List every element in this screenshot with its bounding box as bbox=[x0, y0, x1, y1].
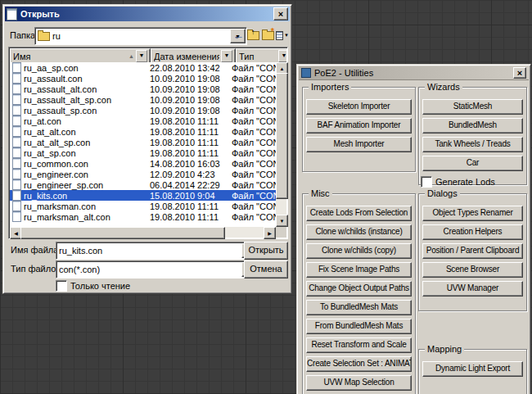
horizontal-scroll-thumb[interactable] bbox=[20, 227, 225, 239]
file-date: 10.09.2010 19:08 bbox=[147, 84, 228, 94]
utility-button[interactable]: Tank Wheels / Treads bbox=[422, 137, 523, 152]
back-button[interactable]: ← bbox=[232, 27, 246, 43]
utilities-close-button[interactable]: × bbox=[513, 67, 526, 79]
utility-button[interactable]: Creation Helpers bbox=[422, 224, 523, 240]
file-row[interactable]: ru_engineer_sp.con06.04.2014 22:29Файл "… bbox=[10, 179, 276, 190]
file-name: ru_at_alt.con bbox=[24, 127, 76, 137]
file-row[interactable]: ru_engineer.con12.09.2010 4:23Файл "CON" bbox=[10, 169, 276, 179]
file-row[interactable]: ru_marksman_alt.con19.08.2010 11:11Файл … bbox=[10, 211, 276, 222]
utility-button[interactable]: Skeleton Importer bbox=[306, 99, 412, 115]
utility-button[interactable]: StaticMesh bbox=[422, 99, 523, 115]
file-icon bbox=[12, 73, 21, 84]
mapping-group: Mapping Dynamic Light Export bbox=[418, 349, 527, 394]
open-dialog-titlebar[interactable]: Открыть × bbox=[5, 7, 290, 21]
file-row[interactable]: ru_assault_alt.con10.09.2010 19:08Файл "… bbox=[10, 84, 276, 94]
file-type: Файл "CON" bbox=[228, 148, 276, 158]
utility-button[interactable]: UVW Manager bbox=[422, 281, 523, 297]
utility-button[interactable]: Car bbox=[422, 156, 523, 171]
file-row[interactable]: ru_assault.con10.09.2010 19:08Файл "CON" bbox=[10, 73, 276, 84]
back-icon: ← bbox=[233, 29, 245, 41]
file-date: 19.08.2010 11:11 bbox=[147, 138, 228, 147]
utility-button[interactable]: Dynamic Light Export bbox=[422, 361, 523, 377]
file-row[interactable]: ru_common.con14.08.2010 16:03Файл "CON" bbox=[10, 158, 276, 169]
file-icon bbox=[12, 179, 21, 190]
utility-button[interactable]: Clone w/childs (copy) bbox=[306, 243, 412, 259]
horizontal-scrollbar[interactable]: ◀ ▶ bbox=[10, 227, 276, 238]
scroll-down-button[interactable]: ▼ bbox=[276, 215, 288, 227]
utility-button[interactable]: Object Types Renamer bbox=[422, 206, 523, 221]
vertical-scrollbar[interactable]: ▲ ▼ bbox=[276, 62, 286, 227]
column-filter-button[interactable]: ▼ bbox=[221, 50, 232, 62]
new-folder-sparkle-icon: * bbox=[271, 27, 274, 36]
column-header-date[interactable]: Дата изменения▼ bbox=[151, 48, 236, 62]
utility-button[interactable]: Fix Scene Image Paths bbox=[306, 262, 412, 278]
utility-button[interactable]: UVW Map Selection bbox=[306, 375, 412, 391]
utility-button[interactable]: Create Lods From Selection bbox=[306, 206, 412, 221]
close-icon: × bbox=[278, 10, 283, 19]
file-row[interactable]: ru_at_alt_sp.con19.08.2010 11:11Файл "CO… bbox=[10, 137, 276, 147]
open-file-dialog: Открыть × Папка: ru ▼ ← ↑ * ▼ Имя▲▼Дата … bbox=[2, 4, 292, 294]
open-button[interactable]: Открыть bbox=[244, 242, 288, 260]
column-header-type[interactable]: Тип▼ bbox=[236, 48, 286, 62]
file-row[interactable]: ru_at_sp.con19.08.2010 11:11Файл "CON" bbox=[10, 147, 276, 158]
file-type-combobox[interactable]: con(*.con) ▼ bbox=[56, 260, 259, 279]
open-dialog-title: Открыть bbox=[20, 9, 270, 19]
utilities-titlebar[interactable]: PoE2 - Utilities × bbox=[299, 66, 529, 80]
utility-button[interactable]: Position / Parent Clipboard bbox=[422, 243, 523, 259]
file-name-cell: ru_aa_sp.con bbox=[10, 62, 147, 73]
utilities-dialog-icon bbox=[301, 68, 311, 78]
scroll-up-icon: ▲ bbox=[280, 66, 285, 71]
views-icon bbox=[276, 31, 283, 40]
utility-button[interactable]: BAF Animation Importer bbox=[306, 118, 412, 134]
file-name: ru_assault_alt.con bbox=[24, 84, 97, 94]
file-row[interactable]: ru_at_alt.con19.08.2010 11:11Файл "CON" bbox=[10, 126, 276, 137]
utility-button[interactable]: Reset Transform and Scale bbox=[306, 337, 412, 353]
vertical-scroll-thumb[interactable] bbox=[276, 73, 288, 199]
file-name: ru_assault_sp.con bbox=[24, 106, 97, 115]
file-row[interactable]: ru_assault_alt_sp.con10.09.2010 19:08Фай… bbox=[10, 94, 276, 105]
file-name: ru_marksman_alt.con bbox=[24, 212, 110, 222]
file-date: 22.08.2010 13:42 bbox=[147, 63, 228, 73]
utility-button[interactable]: Scene Browser bbox=[422, 262, 523, 278]
utility-button[interactable]: Mesh Importer bbox=[306, 137, 412, 152]
file-name-cell: ru_marksman.con bbox=[10, 201, 147, 211]
folder-value: ru bbox=[52, 31, 231, 41]
file-icon bbox=[12, 62, 21, 73]
utility-button[interactable]: Clone w/childs (instance) bbox=[306, 224, 412, 240]
generate-lods-checkbox[interactable] bbox=[421, 176, 432, 188]
file-row[interactable]: ru_kits.con15.08.2010 9:04Файл "CON" bbox=[10, 190, 276, 201]
file-name-cell: ru_marksman_alt.con bbox=[10, 211, 147, 222]
up-arrow-icon: ↑ bbox=[251, 29, 255, 36]
file-row[interactable]: ru_aa_sp.con22.08.2010 13:42Файл "CON" bbox=[10, 62, 276, 73]
utility-button[interactable]: To BundledMesh Mats bbox=[306, 300, 412, 315]
cancel-button[interactable]: Отмена bbox=[244, 260, 288, 279]
file-icon bbox=[12, 105, 21, 115]
up-one-level-button[interactable]: ↑ bbox=[246, 27, 260, 43]
column-label: Дата изменения bbox=[154, 52, 219, 61]
file-date: 06.04.2014 22:29 bbox=[147, 180, 228, 190]
column-header-name[interactable]: Имя▲▼ bbox=[10, 48, 151, 62]
view-menu-button[interactable]: ▼ bbox=[276, 27, 289, 43]
column-filter-button[interactable]: ▼ bbox=[136, 50, 147, 62]
file-icon bbox=[12, 94, 21, 105]
close-icon: × bbox=[517, 69, 522, 78]
utility-button[interactable]: Change Object Output Paths bbox=[306, 281, 412, 297]
column-filter-button[interactable]: ▼ bbox=[278, 50, 286, 62]
new-folder-button[interactable]: * bbox=[261, 27, 275, 43]
utility-button[interactable]: Create Selection Set : ANIMATED bbox=[306, 356, 412, 372]
file-row[interactable]: ru_assault_sp.con10.09.2010 19:08Файл "C… bbox=[10, 105, 276, 115]
column-label: Тип bbox=[239, 52, 277, 61]
file-name-cell: ru_engineer_sp.con bbox=[10, 179, 147, 190]
utilities-dialog: PoE2 - Utilities × Importers Skeleton Im… bbox=[296, 64, 531, 394]
read-only-checkbox[interactable] bbox=[56, 280, 67, 292]
file-row[interactable]: ru_marksman.con19.08.2010 11:11Файл "CON… bbox=[10, 201, 276, 211]
utility-button[interactable]: From BundledMesh Mats bbox=[306, 319, 412, 334]
file-name-combobox[interactable]: ru_kits.con ▼ bbox=[56, 242, 259, 260]
close-button[interactable]: × bbox=[273, 7, 288, 20]
utility-button[interactable]: BundledMesh bbox=[422, 118, 523, 134]
file-type: Файл "CON" bbox=[228, 180, 276, 190]
folder-combobox[interactable]: ru ▼ bbox=[34, 27, 247, 45]
file-row[interactable]: ru_at.con19.08.2010 11:11Файл "CON" bbox=[10, 115, 276, 126]
scroll-right-button[interactable]: ▶ bbox=[264, 227, 276, 239]
group-label: Wizards bbox=[425, 83, 462, 92]
